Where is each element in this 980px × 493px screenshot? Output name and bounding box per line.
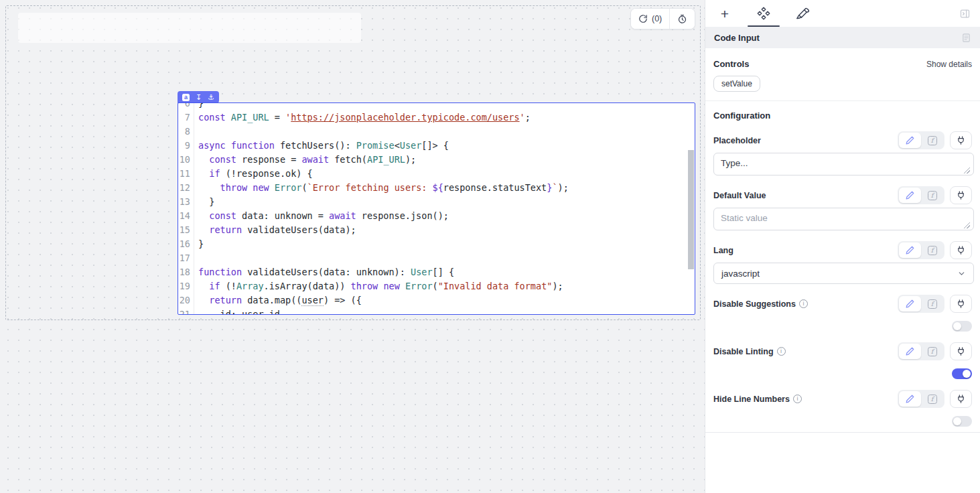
plug-icon[interactable]: [950, 131, 972, 149]
document-icon[interactable]: [961, 33, 971, 43]
refresh-button[interactable]: (0): [631, 9, 669, 29]
setvalue-action-button[interactable]: setValue: [713, 76, 760, 92]
fx-icon[interactable]: f: [921, 296, 943, 311]
panel-bottom-divider: [705, 432, 980, 433]
plug-icon[interactable]: [950, 390, 972, 408]
widget-title-bar: Code Input: [705, 27, 980, 48]
pencil-icon[interactable]: [899, 296, 921, 311]
app-root: (0) a ↧ ⚓ 6}7const API_URL = 'https://js…: [0, 0, 980, 493]
code-lines: 6}7const API_URL = 'https://jsonplacehol…: [178, 103, 695, 314]
inspector-tabs: +: [705, 0, 980, 27]
tab-component-properties[interactable]: [744, 0, 783, 27]
code-input-widget[interactable]: 6}7const API_URL = 'https://jsonplacehol…: [178, 102, 695, 315]
fx-icon[interactable]: f: [921, 344, 943, 359]
tab-add-components[interactable]: +: [705, 0, 744, 27]
lang-label: Lang: [713, 246, 733, 255]
placeholder-input[interactable]: [713, 153, 974, 175]
lang-select[interactable]: javascript: [713, 263, 974, 284]
field-disable-suggestions: Disable Suggestions i f: [713, 295, 972, 332]
fx-icon[interactable]: f: [921, 188, 943, 203]
widget-selection-toolbar: a ↧ ⚓: [178, 91, 219, 103]
pencil-icon[interactable]: [899, 344, 921, 359]
configuration-section-title: Configuration: [713, 111, 972, 121]
collapse-panel-button[interactable]: [959, 8, 971, 19]
hide-line-numbers-label: Hide Line Numbers: [713, 395, 790, 404]
plus-icon: +: [721, 7, 729, 21]
placeholder-label: Placeholder: [713, 136, 761, 145]
controls-section-title: Controls: [713, 59, 749, 69]
field-disable-linting: Disable Linting i f: [713, 342, 972, 379]
styles-brush-icon: [796, 7, 810, 21]
field-placeholder: Placeholder f: [713, 131, 972, 175]
plug-icon[interactable]: [950, 342, 972, 360]
pencil-icon[interactable]: [899, 242, 921, 258]
history-icon: [677, 14, 687, 24]
canvas-control-group: (0): [630, 8, 695, 29]
disable-suggestions-label: Disable Suggestions: [713, 299, 796, 309]
field-hide-line-numbers: Hide Line Numbers i f: [713, 390, 972, 427]
fx-icon[interactable]: f: [921, 133, 943, 148]
binding-mode-segment: f: [898, 131, 944, 149]
anchor-icon[interactable]: ⚓: [208, 94, 214, 101]
widget-title: Code Input: [714, 33, 760, 43]
code-editor-scrollbar[interactable]: [688, 150, 694, 269]
show-details-link[interactable]: Show details: [926, 60, 972, 69]
plug-icon[interactable]: [950, 186, 972, 204]
components-icon: [756, 6, 771, 21]
disable-linting-label: Disable Linting: [713, 347, 774, 356]
field-lang: Lang f javascript: [713, 241, 972, 284]
lang-select-value: javascript: [721, 269, 760, 279]
info-icon[interactable]: i: [793, 395, 802, 403]
binding-mode-segment: f: [898, 295, 944, 313]
editor-canvas[interactable]: (0) a ↧ ⚓ 6}7const API_URL = 'https://js…: [0, 0, 705, 493]
chevron-down-icon: [957, 269, 966, 278]
plug-icon[interactable]: [950, 295, 972, 313]
binding-mode-segment: f: [898, 186, 944, 204]
empty-widget-placeholder[interactable]: [18, 13, 361, 43]
inspector-panel: +: [705, 0, 980, 493]
binding-mode-segment: f: [898, 390, 944, 408]
default-value-input[interactable]: [713, 208, 974, 230]
hide-line-numbers-toggle[interactable]: [952, 416, 972, 427]
fx-icon[interactable]: f: [921, 391, 943, 407]
history-button[interactable]: [670, 9, 695, 29]
binding-mode-segment: f: [898, 241, 944, 259]
disable-linting-toggle[interactable]: [952, 368, 972, 379]
pencil-icon[interactable]: [899, 391, 921, 407]
info-icon[interactable]: i: [777, 347, 786, 356]
pencil-icon[interactable]: [899, 133, 921, 148]
binding-mode-segment: f: [898, 342, 944, 360]
refresh-count: (0): [652, 14, 662, 23]
info-icon[interactable]: i: [799, 299, 808, 308]
plug-icon[interactable]: [950, 241, 972, 259]
code-editor[interactable]: 6}7const API_URL = 'https://jsonplacehol…: [178, 103, 695, 314]
letter-a-icon[interactable]: a: [182, 94, 190, 101]
refresh-icon: [638, 14, 648, 23]
disable-suggestions-toggle[interactable]: [952, 321, 972, 332]
default-value-label: Default Value: [713, 191, 766, 200]
fx-icon[interactable]: f: [921, 242, 943, 258]
collapse-panel-icon: [959, 8, 971, 19]
arrow-down-to-line-icon[interactable]: ↧: [196, 94, 202, 101]
field-default-value: Default Value f: [713, 186, 972, 230]
tab-styles[interactable]: [783, 0, 822, 27]
section-divider: [705, 100, 980, 101]
pencil-icon[interactable]: [899, 188, 921, 203]
